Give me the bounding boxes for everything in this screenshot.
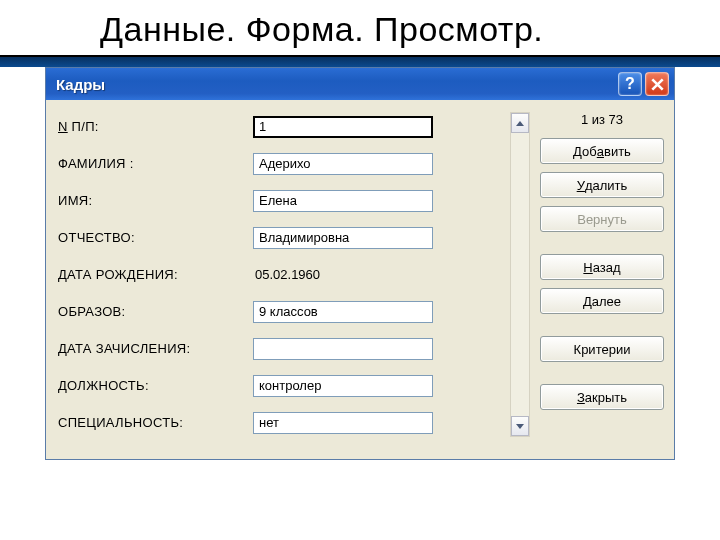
label-hire: ДАТА ЗАЧИСЛЕНИЯ:	[58, 341, 253, 356]
label-npp: N П/П:	[58, 119, 253, 134]
page-title: Данные. Форма. Просмотр.	[0, 0, 720, 57]
form-window: Кадры ? N П/П: 1 ФАМИЛИЯ : Адерихо ИМЯ: …	[45, 67, 675, 460]
label-position: ДОЛЖНОСТЬ:	[58, 378, 253, 393]
label-name: ИМЯ:	[58, 193, 253, 208]
close-button[interactable]: Закрыть	[540, 384, 664, 410]
input-hire[interactable]	[253, 338, 433, 360]
label-patronymic: ОТЧЕСТВО:	[58, 230, 253, 245]
input-patronymic[interactable]: Владимировна	[253, 227, 433, 249]
help-button[interactable]: ?	[618, 72, 642, 96]
label-specialty: СПЕЦИАЛЬНОСТЬ:	[58, 415, 253, 430]
value-birth: 05.02.1960	[253, 264, 433, 286]
chevron-down-icon	[516, 424, 524, 429]
form-fields: N П/П: 1 ФАМИЛИЯ : Адерихо ИМЯ: Елена ОТ…	[58, 108, 500, 441]
input-edu[interactable]: 9 классов	[253, 301, 433, 323]
window-top-edge	[0, 57, 720, 67]
vertical-scrollbar[interactable]	[510, 112, 530, 437]
label-surname: ФАМИЛИЯ :	[58, 156, 253, 171]
titlebar: Кадры ?	[46, 68, 674, 100]
window-title: Кадры	[56, 76, 615, 93]
input-surname[interactable]: Адерихо	[253, 153, 433, 175]
scroll-up-button[interactable]	[511, 113, 529, 133]
record-counter: 1 из 73	[538, 110, 666, 134]
label-birth: ДАТА РОЖДЕНИЯ:	[58, 267, 253, 282]
label-edu: ОБРАЗОВ:	[58, 304, 253, 319]
input-specialty[interactable]: нет	[253, 412, 433, 434]
delete-button[interactable]: Удалить	[540, 172, 664, 198]
scroll-down-button[interactable]	[511, 416, 529, 436]
button-panel: 1 из 73 Добавить Удалить Вернуть Назад Д…	[538, 108, 666, 441]
input-name[interactable]: Елена	[253, 190, 433, 212]
next-button[interactable]: Далее	[540, 288, 664, 314]
back-button[interactable]: Назад	[540, 254, 664, 280]
close-window-button[interactable]	[645, 72, 669, 96]
add-button[interactable]: Добавить	[540, 138, 664, 164]
input-npp[interactable]: 1	[253, 116, 433, 138]
input-position[interactable]: контролер	[253, 375, 433, 397]
criteria-button[interactable]: Критерии	[540, 336, 664, 362]
scroll-track[interactable]	[511, 133, 529, 416]
revert-button: Вернуть	[540, 206, 664, 232]
chevron-up-icon	[516, 121, 524, 126]
close-icon	[651, 78, 664, 91]
